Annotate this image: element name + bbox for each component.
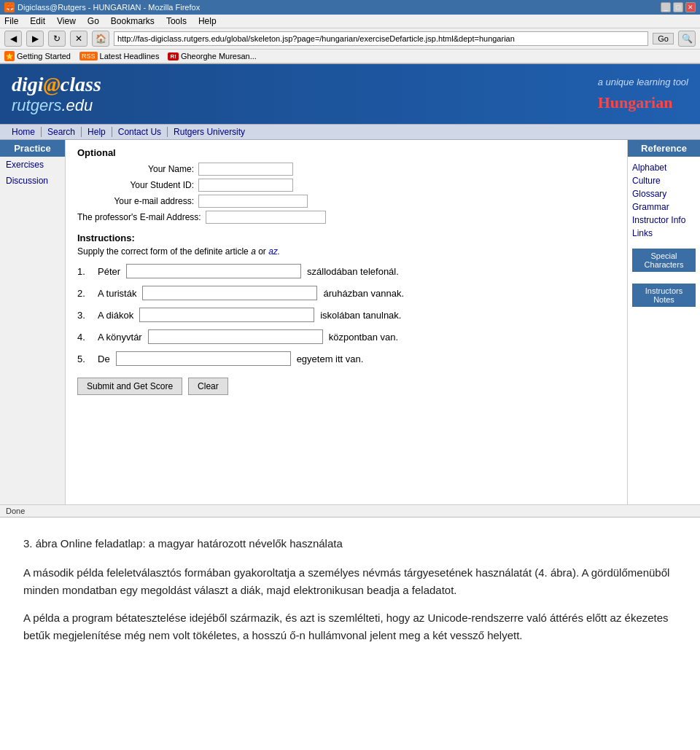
menu-view[interactable]: View: [57, 16, 76, 26]
bookmark-latest-headlines[interactable]: RSS Latest Headlines: [79, 52, 159, 60]
menu-help[interactable]: Help: [198, 16, 217, 26]
minimize-button[interactable]: _: [661, 2, 671, 12]
exercise-input-3[interactable]: [139, 308, 314, 322]
exercises-list: 1. Péter szállodában telefonál. 2. A tur…: [77, 264, 615, 366]
ref-glossary[interactable]: Glossary: [628, 187, 700, 200]
instructor-notes-label: Instructors: [634, 286, 694, 295]
ref-alphabet[interactable]: Alphabet: [628, 161, 700, 174]
sidebar-item-exercises[interactable]: Exercises: [0, 157, 65, 173]
form-row-prof-email: The professor's E-mail Address:: [77, 211, 615, 224]
special-chars-section: Special Characters: [628, 241, 700, 276]
search-toolbar-button[interactable]: 🔍: [678, 31, 696, 47]
instructions-title: Instructions:: [77, 233, 615, 243]
exercise-suffix-2: áruházban vannak.: [323, 288, 404, 299]
submit-button[interactable]: Submit and Get Score: [77, 378, 182, 395]
title-bar-buttons: _ □ ✕: [661, 2, 696, 12]
home-button[interactable]: 🏠: [92, 31, 109, 47]
address-bar[interactable]: [114, 31, 648, 46]
logo-at: @: [44, 73, 61, 95]
clear-button[interactable]: Clear: [188, 378, 228, 395]
practice-header: Practice: [0, 140, 65, 157]
special-chars-label2: Characters: [634, 260, 694, 269]
forward-button[interactable]: ▶: [26, 31, 44, 47]
tagline: a unique learning tool: [598, 77, 688, 87]
name-label: Your Name:: [77, 164, 194, 174]
special-chars-box[interactable]: Special Characters: [632, 249, 696, 272]
exercise-num-1: 1.: [77, 266, 92, 277]
back-button[interactable]: ◀: [4, 31, 22, 47]
exercise-input-1[interactable]: [126, 264, 301, 278]
menu-file[interactable]: File: [4, 16, 18, 26]
exercise-prefix-3: A diákok: [98, 310, 133, 321]
exercise-row-2: 2. A turisták áruházban vannak.: [77, 286, 615, 300]
logo: digi@class: [12, 73, 101, 96]
ref-grammar[interactable]: Grammar: [628, 200, 700, 214]
rss-icon: RSS: [79, 52, 98, 60]
browser-window: 🦊 Digiclass@Rutgers - HUNGARIAN - Mozill…: [0, 0, 700, 64]
bookmark-getting-started[interactable]: ⭐ Getting Started: [4, 51, 71, 61]
reload-button[interactable]: ↻: [48, 31, 66, 47]
title-bar: 🦊 Digiclass@Rutgers - HUNGARIAN - Mozill…: [0, 0, 700, 15]
maximize-button[interactable]: □: [673, 2, 683, 12]
exercise-input-2[interactable]: [142, 286, 317, 300]
exercise-prefix-4: A könyvtár: [98, 332, 142, 343]
menu-bookmarks[interactable]: Bookmarks: [111, 16, 155, 26]
menu-tools[interactable]: Tools: [166, 16, 187, 26]
exercise-suffix-3: iskolában tanulnak.: [320, 310, 401, 321]
nav-contact[interactable]: Contact Us: [112, 127, 168, 137]
article-az: az.: [268, 246, 280, 257]
exercise-suffix-1: szállodában telefonál.: [307, 266, 399, 277]
nav-search[interactable]: Search: [42, 127, 82, 137]
studentid-input[interactable]: [198, 179, 293, 192]
go-button[interactable]: Go: [653, 33, 674, 44]
ref-culture[interactable]: Culture: [628, 174, 700, 187]
exercise-input-5[interactable]: [116, 351, 291, 366]
exercise-num-4: 4.: [77, 332, 92, 343]
exercise-suffix-5: egyetem itt van.: [297, 353, 364, 364]
exercise-row-4: 4. A könyvtár központban van.: [77, 329, 615, 344]
instructor-notes-box[interactable]: Instructors Notes: [632, 284, 696, 307]
article-a: a: [251, 246, 256, 257]
exercise-num-2: 2.: [77, 288, 92, 299]
logo-rutgers-edu: rutgers.edu: [12, 96, 101, 115]
exercise-prefix-5: De: [98, 353, 110, 364]
status-text: Done: [6, 507, 25, 515]
page-content: digi@class rutgers.edu a unique learning…: [0, 64, 700, 517]
btn-row: Submit and Get Score Clear: [77, 378, 615, 395]
menu-edit[interactable]: Edit: [30, 16, 45, 26]
menu-go[interactable]: Go: [88, 16, 99, 26]
exercise-prefix-1: Péter: [98, 266, 120, 277]
title-bar-left: 🦊 Digiclass@Rutgers - HUNGARIAN - Mozill…: [4, 2, 200, 12]
caption-para2: A példa a program bétatesztelése idejébő…: [23, 609, 677, 644]
nav-rutgers[interactable]: Rutgers University: [168, 127, 251, 137]
sidebar-item-discussion[interactable]: Discussion: [0, 173, 65, 189]
nav-home[interactable]: Home: [12, 127, 42, 137]
rutgers-icon: R!: [168, 52, 178, 60]
name-input[interactable]: [198, 163, 293, 176]
instructor-notes-label2: Notes: [634, 295, 694, 304]
nav-help[interactable]: Help: [82, 127, 112, 137]
nav-bar: Home Search Help Contact Us Rutgers Univ…: [0, 124, 700, 140]
caption-para1: A második példa feleletválasztós formába…: [23, 564, 677, 599]
browser-icon: 🦊: [4, 2, 15, 12]
exercise-row-3: 3. A diákok iskolában tanulnak.: [77, 308, 615, 322]
reference-header: Reference: [628, 140, 700, 157]
exercise-row-5: 5. De egyetem itt van.: [77, 351, 615, 366]
prof-email-label: The professor's E-mail Address:: [77, 212, 201, 222]
toolbar: ◀ ▶ ↻ ✕ 🏠 Go 🔍: [0, 28, 700, 50]
ref-links[interactable]: Links: [628, 227, 700, 240]
bookmark-gheorghe[interactable]: R! Gheorghe Muresan...: [168, 52, 256, 60]
optional-title: Optional: [77, 147, 615, 158]
bookmark-label: Gheorghe Muresan...: [181, 52, 257, 60]
center-content: Optional Your Name: Your Student ID: You…: [66, 140, 627, 504]
window-title: Digiclass@Rutgers - HUNGARIAN - Mozilla …: [18, 3, 200, 12]
exercise-input-4[interactable]: [148, 329, 323, 344]
exercise-num-3: 3.: [77, 310, 92, 321]
form-row-studentid: Your Student ID:: [77, 179, 615, 192]
email-input[interactable]: [198, 195, 308, 208]
ref-instructor-info[interactable]: Instructor Info: [628, 214, 700, 227]
email-label: Your e-mail address:: [77, 196, 194, 206]
close-button[interactable]: ✕: [685, 2, 696, 12]
stop-button[interactable]: ✕: [70, 31, 88, 47]
prof-email-input[interactable]: [206, 211, 326, 224]
